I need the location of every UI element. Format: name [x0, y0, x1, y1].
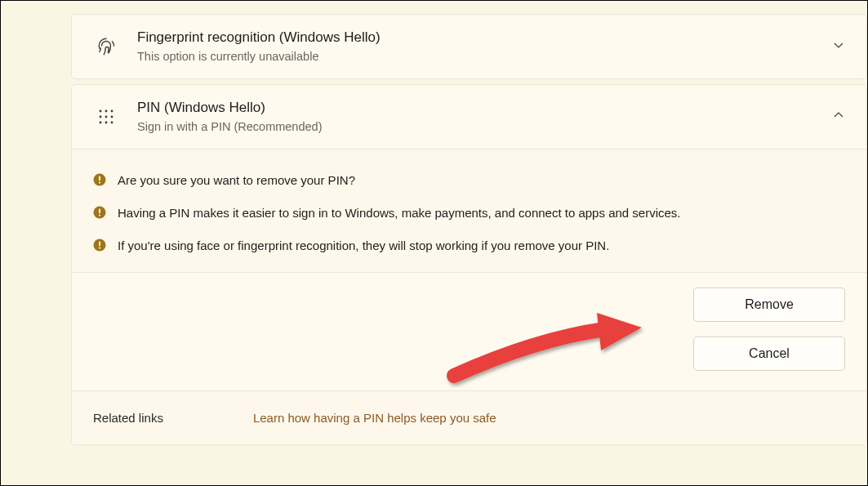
pin-titles: PIN (Windows Hello) Sign in with a PIN (… — [137, 99, 832, 135]
warning-icon — [93, 173, 106, 186]
svg-rect-16 — [99, 242, 100, 247]
remove-button[interactable]: Remove — [693, 288, 845, 322]
fingerprint-title: Fingerprint recognition (Windows Hello) — [137, 29, 832, 47]
warning-text-2: Having a PIN makes it easier to sign in … — [118, 204, 681, 222]
fingerprint-card[interactable]: Fingerprint recognition (Windows Hello) … — [71, 14, 867, 79]
svg-point-14 — [99, 215, 100, 216]
related-link[interactable]: Learn how having a PIN helps keep you sa… — [253, 411, 496, 425]
pin-card: PIN (Windows Hello) Sign in with a PIN (… — [71, 84, 867, 444]
warning-row: Are you sure you want to remove your PIN… — [93, 164, 845, 197]
warning-row: If you're using face or fingerprint reco… — [93, 230, 845, 262]
warning-icon — [93, 239, 106, 252]
warning-text-1: Are you sure you want to remove your PIN… — [118, 172, 355, 189]
svg-point-8 — [111, 122, 114, 124]
warning-list: Are you sure you want to remove your PIN… — [72, 149, 866, 271]
svg-point-2 — [111, 110, 114, 113]
fingerprint-icon — [95, 35, 118, 58]
cancel-button[interactable]: Cancel — [693, 337, 845, 371]
related-links-label: Related links — [93, 411, 163, 425]
svg-point-17 — [99, 247, 100, 249]
pin-header[interactable]: PIN (Windows Hello) Sign in with a PIN (… — [72, 85, 866, 149]
warning-text-3: If you're using face or fingerprint reco… — [118, 237, 609, 255]
pin-expanded-body: Are you sure you want to remove your PIN… — [72, 149, 866, 444]
svg-rect-10 — [99, 176, 100, 181]
svg-point-3 — [100, 116, 102, 118]
fingerprint-header[interactable]: Fingerprint recognition (Windows Hello) … — [72, 15, 866, 78]
fingerprint-subtitle: This option is currently unavailable — [137, 48, 832, 65]
warning-icon — [93, 206, 106, 219]
fingerprint-titles: Fingerprint recognition (Windows Hello) … — [137, 29, 832, 65]
svg-point-7 — [105, 122, 108, 124]
warning-row: Having a PIN makes it easier to sign in … — [93, 197, 845, 230]
svg-point-5 — [111, 116, 114, 118]
svg-rect-13 — [99, 209, 100, 214]
keypad-icon — [95, 105, 118, 128]
svg-point-4 — [105, 116, 108, 118]
chevron-up-icon — [832, 109, 845, 125]
svg-point-1 — [105, 110, 108, 113]
pin-subtitle: Sign in with a PIN (Recommended) — [137, 118, 832, 135]
related-links-section: Related links Learn how having a PIN hel… — [72, 390, 866, 444]
actions-panel: Remove Cancel — [72, 272, 866, 390]
svg-point-11 — [99, 182, 100, 184]
pin-title: PIN (Windows Hello) — [137, 99, 832, 118]
svg-point-6 — [100, 122, 102, 124]
chevron-down-icon — [832, 38, 845, 55]
svg-point-0 — [100, 110, 102, 113]
